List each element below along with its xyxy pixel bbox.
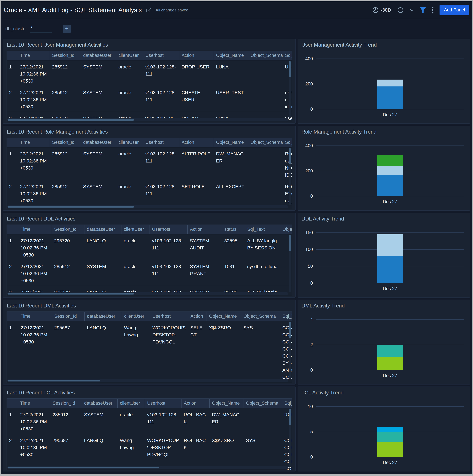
share-icon[interactable] <box>145 7 152 14</box>
table-cell: ALTER ROLE <box>179 147 214 180</box>
x-tick-mark <box>390 196 390 198</box>
bar-segment[interactable] <box>377 427 403 432</box>
bar-segment[interactable] <box>377 432 403 442</box>
vertical-scrollbar[interactable] <box>289 148 291 205</box>
panel-user-mgmt-chart: User Management Activity Trend 0200400De… <box>298 39 470 124</box>
panel-ddl-table: Last 10 Recent DDL Activities TimeSessio… <box>3 213 296 298</box>
table-cell: DW_MANAGER <box>209 408 244 434</box>
table-cell: SYSTEM <box>84 260 121 286</box>
column-header: Time <box>18 138 50 147</box>
y-tick-label: 150 <box>302 230 313 235</box>
bar-segment[interactable] <box>377 345 403 357</box>
bar-segment[interactable] <box>377 256 403 283</box>
refresh-icon[interactable] <box>397 6 404 14</box>
table-cell: 27/12/2021 10:02:36 PM +0530 <box>18 60 50 86</box>
bar-segment[interactable] <box>377 80 403 86</box>
user-mgmt-trend-chart: 0200400Dec 27 <box>301 51 466 122</box>
vertical-scrollbar[interactable] <box>289 235 291 292</box>
column-header: Session_Id <box>50 51 81 60</box>
role-mgmt-table: TimeSession_IddatabaseUserclientUserUser… <box>7 137 292 209</box>
column-header: Userhost <box>145 399 182 408</box>
bar-segment[interactable] <box>377 155 403 166</box>
horizontal-scrollbar[interactable] <box>7 119 288 121</box>
table-cell: 285912 <box>52 260 84 286</box>
plot-area: 0510Dec 27 <box>316 407 464 457</box>
chevron-down-icon[interactable] <box>409 8 414 13</box>
table-cell: ROLLBACK <box>181 434 209 470</box>
row-index: 2 <box>7 260 18 286</box>
row-index: 2 <box>7 434 18 470</box>
bar-segment[interactable] <box>377 442 403 457</box>
row-index: 2 <box>7 86 18 112</box>
column-header: Action <box>187 225 222 234</box>
dml-table: TimeSession_IddatabaseUserclientUserUser… <box>7 311 292 383</box>
time-range-value[interactable]: -30D <box>381 7 391 13</box>
table-cell: 295720 <box>52 234 84 260</box>
y-tick-label: 50 <box>302 264 313 269</box>
table-cell: ALL EXCEPT <box>214 180 248 206</box>
column-header: Time <box>18 51 50 60</box>
column-header: Object_Schema <box>248 138 283 147</box>
filter-icon[interactable] <box>419 6 426 14</box>
plot-area: 050100150Dec 27 <box>316 233 464 283</box>
table-cell <box>248 180 283 206</box>
table-cell: v103-102-128-111 <box>143 60 179 86</box>
vertical-scrollbar[interactable] <box>289 322 291 379</box>
horizontal-scrollbar[interactable] <box>7 205 288 208</box>
table-row: 227/12/2021 10:02:36 PM +0530285912SYSTE… <box>7 180 292 206</box>
x-tick-mark <box>390 109 390 111</box>
db-cluster-filter-input[interactable]: * <box>30 25 52 33</box>
table-row: 127/12/2021 10:02:36 PM +0530295720LANGL… <box>7 234 292 260</box>
column-header: Object_Schema <box>248 51 283 60</box>
horizontal-scrollbar[interactable] <box>7 379 288 382</box>
more-options-icon[interactable] <box>431 6 434 14</box>
x-tick-label: Dec 27 <box>383 286 397 291</box>
row-index: 1 <box>7 408 18 434</box>
vertical-scrollbar[interactable] <box>289 61 291 118</box>
plot-area: 024Dec 27 <box>316 320 464 370</box>
time-range-control[interactable]: -30D <box>372 7 391 14</box>
table-cell: WORKGROUP\DESKTOP-PDVNCQL <box>150 321 188 383</box>
column-header: Sql_Text <box>282 399 292 408</box>
table-cell: 285912 <box>50 180 81 206</box>
x-tick-label: Dec 27 <box>383 199 397 204</box>
stacked-bar <box>377 320 403 370</box>
column-header: Session_Id <box>50 399 82 408</box>
dashboard-title: Oracle - XML Audit Log - SQL Statement A… <box>4 7 142 14</box>
table-cell: LANGLQ <box>84 321 122 383</box>
stacked-bar <box>377 233 403 283</box>
panel-title: Last 10 Recent User Management Activitie… <box>7 42 292 48</box>
filter-label: db_cluster <box>5 26 27 32</box>
vertical-scrollbar[interactable] <box>289 409 291 466</box>
table-cell: v103-102-128-111 <box>150 234 187 260</box>
panel-title: Last 10 Recent TCL Activities <box>7 390 292 396</box>
dashboard-header: Oracle - XML Audit Log - SQL Statement A… <box>1 1 472 19</box>
bar-segment[interactable] <box>377 166 403 175</box>
add-panel-button[interactable]: Add Panel <box>439 5 469 15</box>
y-tick-label: 4 <box>302 317 313 322</box>
table-cell: 27/12/2021 10:02:36 PM +0530 <box>18 234 52 260</box>
table-cell: SYSTEM <box>81 180 116 206</box>
column-header: Object_Name <box>209 399 244 408</box>
bar-segment[interactable] <box>377 86 403 109</box>
column-header: Time <box>18 225 52 234</box>
column-header <box>7 399 18 408</box>
table-cell: LANGLQ <box>82 434 118 470</box>
table-cell: USER_TEST <box>214 86 248 112</box>
horizontal-scrollbar[interactable] <box>7 466 288 469</box>
table-cell: oracle <box>116 86 143 112</box>
horizontal-scrollbar[interactable] <box>7 292 288 295</box>
table-cell: SYSTEM AUDIT <box>187 234 222 260</box>
bar-segment[interactable] <box>377 175 403 196</box>
panel-title: User Management Activity Trend <box>302 42 466 48</box>
bar-segment[interactable] <box>377 234 403 256</box>
user-mgmt-table: TimeSession_IddatabaseUserclientUserUser… <box>7 51 292 122</box>
panel-role-mgmt-table: Last 10 Recent Role Management Activitie… <box>3 126 296 211</box>
column-header: clientUser <box>122 312 150 321</box>
panel-title: TCL Activity Trend <box>302 390 466 396</box>
bar-segment[interactable] <box>377 357 403 370</box>
table-cell: 27/12/2021 10:02:36 PM +0530 <box>18 434 50 470</box>
add-filter-button[interactable]: + <box>63 25 71 33</box>
y-tick-label: 0 <box>302 107 313 112</box>
table-cell: 285912 <box>50 86 81 112</box>
